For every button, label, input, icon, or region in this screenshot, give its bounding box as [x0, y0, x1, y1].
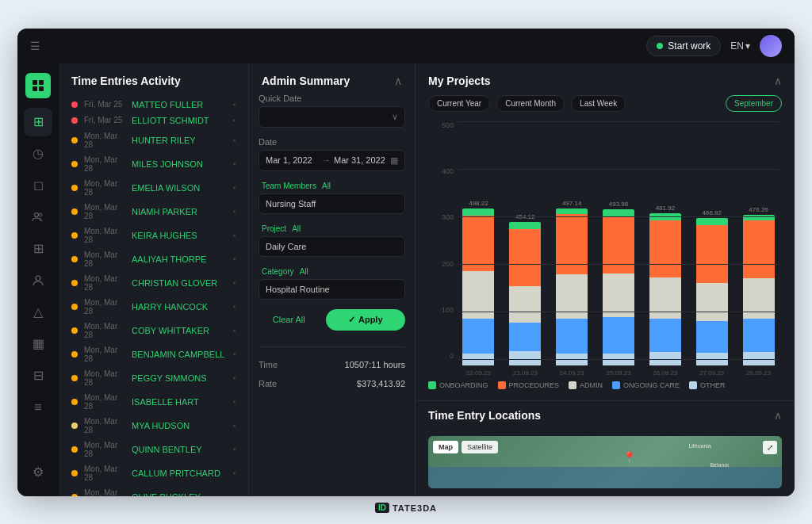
rate-stat: Rate $373,413.92 [259, 374, 405, 393]
sidebar-item-document[interactable]: ◻ [24, 171, 52, 200]
project-input[interactable] [259, 236, 405, 257]
sidebar-item-person[interactable] [24, 266, 52, 295]
sidebar-item-dashboard[interactable]: ⊞ [24, 108, 52, 136]
entry-date: Mon, Mar 28 [84, 393, 125, 411]
entry-edit-icon[interactable]: ▪ [232, 136, 236, 144]
category-group: Category All [259, 266, 405, 300]
entry-edit-icon[interactable]: ▪ [232, 207, 236, 216]
top-bar: ☰ Start work EN ▾ [17, 29, 795, 63]
sidebar-item-table[interactable]: ⊟ [24, 361, 52, 390]
entries-list[interactable]: Fri, Mar 25 MATTEO FULLER ▪ Fri, Mar 25 … [59, 94, 248, 496]
clear-all-button[interactable]: Clear All [259, 309, 320, 331]
entry-edit-icon[interactable]: ▪ [232, 116, 236, 124]
entry-edit-icon[interactable]: ▪ [232, 492, 236, 496]
my-projects-collapse-button[interactable]: ∧ [774, 75, 782, 87]
sidebar-item-chart[interactable]: △ [24, 298, 52, 327]
start-work-label: Start work [668, 40, 710, 52]
legend-label: ONGOING CARE [623, 381, 680, 389]
bar-top-label: 466.82 [702, 209, 721, 216]
sidebar-item-calendar[interactable]: ▦ [24, 330, 52, 358]
bar-segment [649, 213, 681, 221]
sidebar-logo[interactable] [25, 73, 51, 98]
legend-label: ONBOARDING [439, 381, 488, 389]
list-item[interactable]: Mon, Mar 28 CHRISTIAN GLOVER ▪ [59, 271, 248, 295]
bar-segment [462, 216, 494, 271]
list-item[interactable]: Mon, Mar 28 KEIRA HUGHES ▪ [59, 224, 248, 247]
apply-button[interactable]: ✓ Apply [326, 309, 406, 331]
entry-edit-icon[interactable]: ▪ [232, 326, 236, 335]
list-item[interactable]: Mon, Mar 28 COBY WHITTAKER ▪ [59, 319, 248, 342]
sidebar-item-settings[interactable]: ⚙ [24, 458, 52, 487]
list-item[interactable]: Mon, Mar 28 BENJAMIN CAMPBELL ▪ [59, 342, 248, 366]
entry-edit-icon[interactable]: ▪ [232, 183, 236, 192]
entry-edit-icon[interactable]: ▪ [232, 302, 236, 311]
list-item[interactable]: Mon, Mar 28 MYA HUDSON ▪ [59, 414, 248, 438]
admin-summary-collapse-button[interactable]: ∧ [394, 75, 402, 87]
entry-indicator [71, 470, 78, 476]
start-work-button[interactable]: Start work [646, 36, 721, 56]
entry-edit-icon[interactable]: ▪ [232, 100, 236, 109]
calendar-icon: ▦ [390, 155, 398, 166]
admin-summary-content: Quick Date ∨ Date Mar 1, 2022 → Mar 31, … [249, 94, 415, 496]
legend-label: PROCEDURES [509, 381, 560, 389]
time-value: 10507:11 hours [345, 360, 405, 369]
list-item[interactable]: Mon, Mar 28 CALLUM PRITCHARD ▪ [59, 461, 248, 485]
entry-edit-icon[interactable]: ▪ [232, 469, 236, 477]
chart-y-label: 300 [431, 213, 454, 221]
sidebar-item-list[interactable]: ≡ [24, 393, 52, 422]
bar-segment [743, 319, 775, 352]
list-item[interactable]: Mon, Mar 28 QUINN BENTLEY ▪ [59, 438, 248, 461]
team-members-input[interactable] [259, 193, 405, 214]
list-item[interactable]: Fri, Mar 25 MATTEO FULLER ▪ [59, 97, 248, 113]
locations-collapse-button[interactable]: ∧ [774, 409, 782, 422]
list-item[interactable]: Mon, Mar 28 OLIVE BUCKLEY ▪ [59, 485, 248, 496]
list-item[interactable]: Mon, Mar 28 AALIYAH THORPE ▪ [59, 247, 248, 271]
list-item[interactable]: Mon, Mar 28 HARRY HANCOCK ▪ [59, 295, 248, 319]
bar-segment [556, 354, 588, 366]
map-text-belarus: Belarus [710, 462, 729, 468]
category-input[interactable] [259, 279, 405, 300]
date-range-input[interactable]: Mar 1, 2022 → Mar 31, 2022 ▦ [259, 150, 405, 171]
list-item[interactable]: Mon, Mar 28 PEGGY SIMMONS ▪ [59, 366, 248, 390]
map-fullscreen-button[interactable]: ⤢ [763, 441, 777, 454]
list-item[interactable]: Mon, Mar 28 ISABELLE HART ▪ [59, 390, 248, 414]
main-layout: ⊞ ◷ ◻ ⊞ △ ▦ ⊟ ≡ [17, 63, 795, 496]
bar-segment [696, 218, 728, 225]
list-item[interactable]: Fri, Mar 25 ELLIOTT SCHMIDT ▪ [59, 113, 248, 128]
list-item[interactable]: Mon, Mar 28 EMELIA WILSON ▪ [59, 176, 248, 200]
bar-stack [556, 208, 588, 366]
map-text-lithuania: Lithuania [688, 443, 710, 449]
language-selector[interactable]: EN ▾ [730, 40, 750, 52]
entry-edit-icon[interactable]: ▪ [232, 278, 236, 287]
entry-edit-icon[interactable]: ▪ [232, 254, 236, 263]
map-view-button[interactable]: Map [433, 441, 458, 453]
list-item[interactable]: Mon, Mar 28 HUNTER RILEY ▪ [59, 128, 248, 152]
entry-edit-icon[interactable]: ▪ [232, 445, 236, 453]
entry-edit-icon[interactable]: ▪ [232, 350, 236, 358]
sidebar-item-briefcase[interactable]: ⊞ [24, 235, 52, 263]
period-last-week-button[interactable]: Last Week [571, 95, 626, 112]
period-current-month-button[interactable]: Current Month [496, 95, 565, 112]
avatar[interactable] [760, 35, 782, 57]
satellite-view-button[interactable]: Satellite [462, 441, 498, 453]
period-current-year-button[interactable]: Current Year [428, 95, 490, 112]
entry-edit-icon[interactable]: ▪ [232, 373, 236, 382]
list-item[interactable]: Mon, Mar 28 MILES JOHNSON ▪ [59, 152, 248, 176]
entry-date: Mon, Mar 28 [84, 132, 125, 149]
entry-date: Mon, Mar 28 [84, 322, 125, 339]
quick-date-select[interactable]: ∨ [259, 106, 405, 128]
entry-edit-icon[interactable]: ▪ [232, 421, 236, 430]
bar-stack [462, 208, 494, 366]
hamburger-icon[interactable]: ☰ [30, 40, 40, 52]
sidebar-item-clock[interactable]: ◷ [24, 140, 52, 168]
period-september-button[interactable]: September [726, 95, 782, 112]
entry-edit-icon[interactable]: ▪ [232, 231, 236, 239]
list-item[interactable]: Mon, Mar 28 NIAMH PARKER ▪ [59, 200, 248, 224]
entry-name: KEIRA HUGHES [132, 231, 226, 240]
sidebar-item-users[interactable] [24, 203, 52, 231]
entry-edit-icon[interactable]: ▪ [232, 159, 236, 168]
chart-legend-item: ADMIN [569, 381, 603, 389]
entry-edit-icon[interactable]: ▪ [232, 397, 236, 406]
bar-segment [509, 351, 541, 365]
status-dot [657, 43, 663, 49]
